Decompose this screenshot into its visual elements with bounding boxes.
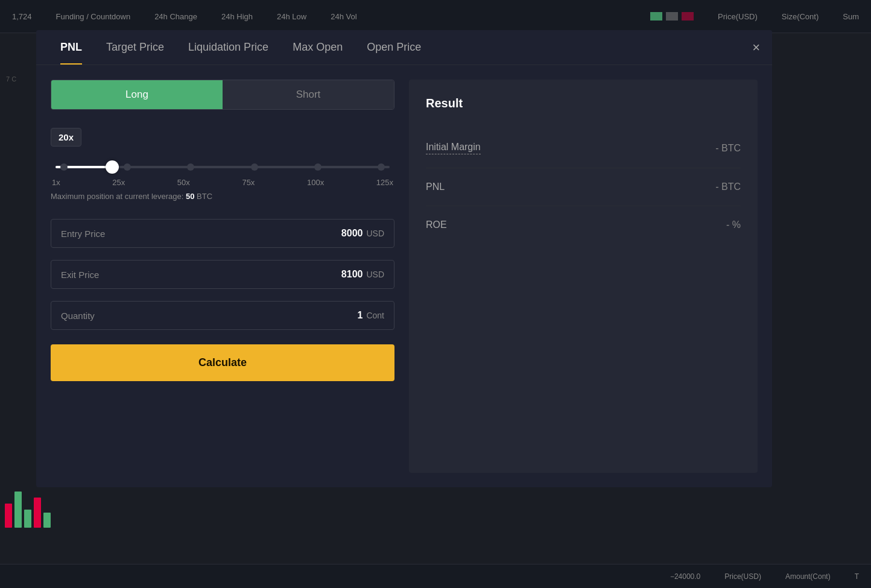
max-position-text: Maximum position at current leverage: 50… <box>51 192 394 201</box>
close-button[interactable]: × <box>752 41 760 54</box>
quantity-field[interactable]: Quantity 1 Cont <box>51 301 394 330</box>
max-position-unit: BTC <box>197 192 212 201</box>
label-125x: 125x <box>376 178 393 187</box>
size-cont-label: Size(Cont) <box>782 12 819 21</box>
slider-fill <box>55 166 112 168</box>
icon-red-1 <box>682 12 694 21</box>
bottom-amount-label: Amount(Cont) <box>785 572 831 581</box>
dot-50x <box>187 163 194 171</box>
quantity-unit: Cont <box>366 311 384 320</box>
candle-1 <box>5 504 12 528</box>
quantity-label: Quantity <box>61 311 358 321</box>
price-usd-label: Price(USD) <box>718 12 758 21</box>
candle-4 <box>34 498 41 528</box>
short-button[interactable]: Short <box>223 80 394 109</box>
entry-price-unit: USD <box>366 229 384 238</box>
long-button[interactable]: Long <box>51 80 223 109</box>
result-row-initial-margin: Initial Margin - BTC <box>426 128 741 168</box>
dot-75x <box>251 163 258 171</box>
slider-track <box>55 166 390 168</box>
max-position-label: Maximum position at current leverage: <box>51 192 183 201</box>
modal-content: Long Short 20x <box>36 65 772 487</box>
leverage-slider-section: 20x <box>51 122 394 207</box>
candle-2 <box>14 492 22 528</box>
top-bar-vol: 24h Vol <box>331 12 356 21</box>
icon-gray-1 <box>666 12 678 21</box>
side-numbers: 7 C <box>0 69 22 89</box>
icon-green-1 <box>650 12 662 21</box>
bottom-total-label: T <box>855 572 859 581</box>
modal-tabs: PNL Target Price Liquidation Price Max O… <box>36 30 772 65</box>
label-100x: 100x <box>307 178 324 187</box>
label-25x: 25x <box>112 178 125 187</box>
tab-liquidation-price[interactable]: Liquidation Price <box>176 30 280 65</box>
top-bar-low: 24h Low <box>277 12 306 21</box>
tab-pnl[interactable]: PNL <box>48 30 94 65</box>
pnl-result-label: PNL <box>426 182 445 192</box>
result-row-pnl: PNL - BTC <box>426 168 741 206</box>
max-position-value: 50 <box>186 192 194 201</box>
sum-label: Sum <box>843 12 859 21</box>
dot-100x <box>314 163 321 171</box>
result-row-roe: ROE - % <box>426 206 741 244</box>
initial-margin-label: Initial Margin <box>426 142 481 154</box>
exit-price-value: 8100 <box>341 269 363 280</box>
label-50x: 50x <box>177 178 190 187</box>
top-bar-change: 24h Change <box>154 12 197 21</box>
slider-container[interactable] <box>51 166 394 168</box>
side-number-0: 7 C <box>6 75 16 83</box>
top-bar-high: 24h High <box>221 12 253 21</box>
candle-5 <box>43 513 51 528</box>
icon-group-1 <box>650 12 694 21</box>
result-panel: Result Initial Margin - BTC PNL - BTC RO… <box>409 80 758 473</box>
direction-toggle: Long Short <box>51 80 394 110</box>
exit-price-unit: USD <box>366 270 384 279</box>
bottom-price-label: Price(USD) <box>724 572 761 581</box>
tab-open-price[interactable]: Open Price <box>355 30 433 65</box>
slider-thumb[interactable] <box>106 160 119 174</box>
tab-target-price[interactable]: Target Price <box>94 30 176 65</box>
leverage-label: 20x <box>51 128 81 147</box>
label-1x: 1x <box>52 178 60 187</box>
tab-max-open[interactable]: Max Open <box>280 30 355 65</box>
candle-3 <box>24 510 31 528</box>
bottom-neg-value: −24000.0 <box>670 572 700 581</box>
top-bar: 1,724 Funding / Countdown 24h Change 24h… <box>0 0 871 33</box>
entry-price-field[interactable]: Entry Price 8000 USD <box>51 219 394 248</box>
quantity-value: 1 <box>358 310 363 321</box>
left-panel: Long Short 20x <box>51 80 394 473</box>
bottom-bar: −24000.0 Price(USD) Amount(Cont) T <box>0 564 871 588</box>
roe-label: ROE <box>426 220 447 230</box>
pnl-modal: PNL Target Price Liquidation Price Max O… <box>36 30 772 487</box>
exit-price-label: Exit Price <box>61 270 341 280</box>
roe-value: - % <box>726 220 741 230</box>
entry-price-label: Entry Price <box>61 229 341 239</box>
label-75x: 75x <box>242 178 255 187</box>
top-bar-funding: Funding / Countdown <box>56 12 131 21</box>
calculate-button[interactable]: Calculate <box>51 344 394 381</box>
slider-labels: 1x 25x 50x 75x 100x 125x <box>51 178 394 187</box>
dot-25x <box>124 163 131 171</box>
exit-price-field[interactable]: Exit Price 8100 USD <box>51 260 394 289</box>
dot-125x <box>378 163 385 171</box>
initial-margin-value: - BTC <box>715 143 741 154</box>
top-index-value: 1,724 <box>12 12 32 21</box>
pnl-result-value: - BTC <box>715 182 741 192</box>
result-title: Result <box>426 96 741 110</box>
entry-price-value: 8000 <box>341 228 363 239</box>
